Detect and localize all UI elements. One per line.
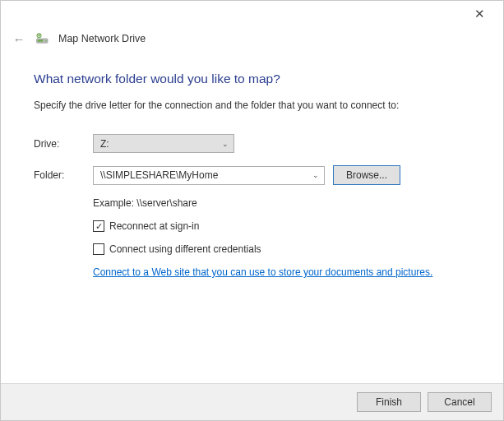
example-text: Example: \\server\share [93, 197, 480, 209]
svg-point-2 [45, 40, 47, 42]
dialog-title: Map Network Drive [58, 33, 146, 44]
credentials-row[interactable]: Connect using different credentials [93, 243, 480, 255]
svg-rect-1 [38, 39, 44, 42]
finish-button[interactable]: Finish [357, 392, 421, 412]
connect-website-link[interactable]: Connect to a Web site that you can use t… [93, 266, 432, 278]
drive-row: Drive: Z: ⌄ [34, 134, 480, 153]
dialog-footer: Finish Cancel [1, 383, 503, 420]
chevron-down-icon: ⌄ [222, 140, 229, 148]
options-block: Example: \\server\share ✓ Reconnect at s… [93, 197, 480, 278]
cancel-button[interactable]: Cancel [428, 392, 492, 412]
map-network-drive-dialog: ✕ ← Map Network Drive What network folde… [0, 0, 504, 421]
dialog-header: ← Map Network Drive [1, 27, 503, 53]
svg-rect-6 [38, 35, 40, 36]
instruction-text: Specify the drive letter for the connect… [34, 99, 480, 111]
folder-label: Folder: [34, 169, 93, 181]
drive-select[interactable]: Z: ⌄ [93, 134, 234, 153]
browse-button[interactable]: Browse... [333, 165, 400, 185]
drive-label: Drive: [34, 138, 93, 150]
credentials-label: Connect using different credentials [109, 243, 261, 255]
network-drive-icon [35, 31, 50, 46]
back-arrow-icon[interactable]: ← [11, 30, 27, 47]
credentials-checkbox[interactable] [93, 243, 104, 255]
folder-value: \\SIMPLESHARE\MyHome [100, 169, 218, 181]
reconnect-checkbox[interactable]: ✓ [93, 220, 104, 232]
reconnect-label: Reconnect at sign-in [109, 220, 199, 232]
chevron-down-icon: ⌄ [312, 171, 319, 179]
folder-combobox[interactable]: \\SIMPLESHARE\MyHome ⌄ [93, 166, 325, 185]
titlebar: ✕ [1, 1, 503, 27]
close-icon[interactable]: ✕ [467, 4, 492, 24]
page-heading: What network folder would you like to ma… [34, 72, 480, 86]
reconnect-row[interactable]: ✓ Reconnect at sign-in [93, 220, 480, 232]
dialog-content: What network folder would you like to ma… [1, 53, 503, 383]
drive-value: Z: [100, 138, 109, 150]
folder-row: Folder: \\SIMPLESHARE\MyHome ⌄ Browse... [34, 165, 480, 185]
website-link-row: Connect to a Web site that you can use t… [93, 266, 480, 278]
